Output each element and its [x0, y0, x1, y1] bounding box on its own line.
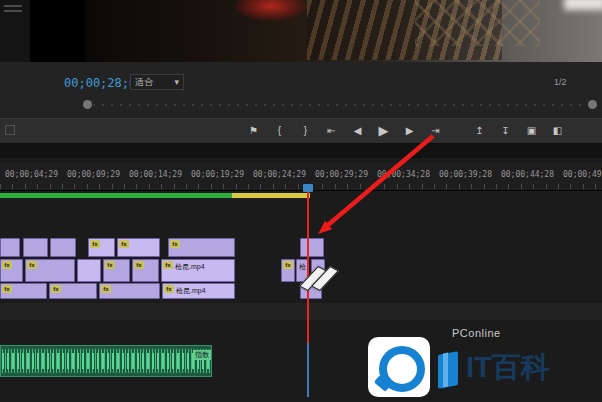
audio-waveform [2, 348, 210, 374]
timeline-clip[interactable]: fx [0, 283, 47, 299]
clip-label: 枪昆.mp4 [175, 262, 205, 272]
fx-badge: fx [2, 285, 12, 293]
step-forward-button[interactable]: ▶ [402, 120, 417, 142]
fx-badge: fx [164, 285, 174, 293]
fx-badge: fx [119, 240, 129, 248]
timeline-clip[interactable]: fx枪昆.mp4 [161, 259, 235, 282]
fx-badge: fx [283, 261, 293, 269]
timeline-clip[interactable] [300, 238, 324, 257]
mark-in-button[interactable]: { [272, 120, 287, 142]
timeline-clip[interactable] [23, 238, 48, 257]
video-highlight [564, 0, 602, 10]
zoom-scrollbar-handle-left[interactable] [83, 100, 92, 109]
timeline-clip[interactable]: fx [0, 259, 23, 282]
play-button[interactable]: ▶ [376, 120, 391, 142]
premiere-pro-window: 00;00;28;01 适合 ▾ 1/2 ⚑{}⇤◀▶▶⇥↥↧▣◧ 00;00;… [0, 0, 602, 402]
chevron-down-icon: ▾ [174, 77, 179, 87]
fx-badge: fx [101, 285, 111, 293]
timeline-clip[interactable] [50, 238, 76, 257]
trim-cursor-icon [306, 263, 336, 295]
comparison-view-button[interactable]: ◧ [550, 120, 565, 142]
zoom-level-value: 适合 [135, 76, 153, 89]
watermark-logo [368, 337, 430, 397]
audio-clip-label: 指数 [193, 350, 211, 360]
panel-edge [0, 0, 30, 62]
playhead-line [307, 343, 309, 397]
program-monitor-panel: 00;00;28;01 适合 ▾ 1/2 ⚑{}⇤◀▶▶⇥↥↧▣◧ [0, 0, 602, 144]
watermark-brand: PConline [452, 327, 501, 339]
timeline-clip[interactable]: fx [103, 259, 130, 282]
panel-menu-icon[interactable] [4, 5, 22, 7]
video-red-umbrella [235, 0, 307, 21]
extract-button[interactable]: ↧ [498, 120, 513, 142]
timeline-clip[interactable]: fx [132, 259, 159, 282]
panel-icon [5, 125, 15, 135]
add-marker-button[interactable]: ⚑ [246, 120, 261, 142]
transport-controls: ⚑{}⇤◀▶▶⇥↥↧▣◧ [0, 118, 602, 144]
zoom-scrollbar[interactable] [84, 99, 596, 110]
fx-badge: fx [163, 261, 173, 269]
timeline-clip[interactable] [0, 238, 20, 257]
fx-badge: fx [27, 261, 37, 269]
zoom-scrollbar-handle-right[interactable] [588, 100, 597, 109]
timeline-clip[interactable]: fx [168, 238, 235, 257]
video-railing [415, 0, 540, 46]
timeline-clip[interactable]: fx [49, 283, 97, 299]
fx-badge: fx [170, 240, 180, 248]
timeline-clip[interactable]: fx [117, 238, 160, 257]
zoom-level-dropdown[interactable]: 适合 ▾ [130, 74, 184, 90]
timeline-clip[interactable]: fx枪昆.mp4 [162, 283, 235, 299]
timeline-clip[interactable]: fx [88, 238, 115, 257]
audio-clip[interactable] [0, 345, 212, 377]
program-monitor-video [30, 0, 602, 62]
export-frame-button[interactable]: ▣ [524, 120, 539, 142]
video-frame [85, 0, 602, 62]
playback-resolution[interactable]: 1/2 [554, 77, 567, 87]
fx-badge: fx [134, 261, 144, 269]
timeline-clip[interactable]: fx [25, 259, 75, 282]
go-to-in-button[interactable]: ⇤ [324, 120, 339, 142]
playhead-handle[interactable] [303, 184, 313, 192]
clip-label: 枪 [299, 262, 306, 272]
clip-label: 枪昆.mp4 [176, 286, 206, 296]
go-to-out-button[interactable]: ⇥ [428, 120, 443, 142]
fx-badge: fx [90, 240, 100, 248]
mark-out-button[interactable]: } [298, 120, 313, 142]
book-icon [436, 351, 462, 389]
timeline-clip[interactable]: fx [281, 259, 295, 282]
fx-badge: fx [51, 285, 61, 293]
step-back-button[interactable]: ◀ [350, 120, 365, 142]
lift-button[interactable]: ↥ [472, 120, 487, 142]
watermark-title: IT百科 [466, 348, 550, 388]
timeline-clip[interactable] [77, 259, 101, 282]
fx-badge: fx [2, 261, 12, 269]
timeline-clip[interactable]: fx [99, 283, 160, 299]
fx-badge: fx [105, 261, 115, 269]
